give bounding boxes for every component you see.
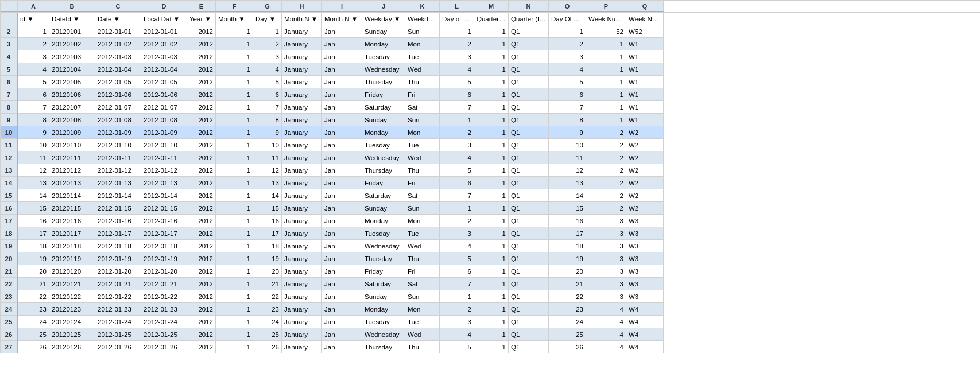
- table-cell[interactable]: 5: [253, 76, 282, 88]
- table-cell[interactable]: Monday: [362, 126, 405, 139]
- table-cell[interactable]: 1: [216, 290, 253, 303]
- filter-weeknum2-button[interactable]: ▼: [661, 15, 664, 22]
- table-cell[interactable]: 2012: [187, 265, 216, 278]
- table-cell[interactable]: Jan: [322, 328, 362, 341]
- table-cell[interactable]: 2012: [187, 139, 216, 151]
- table-cell[interactable]: 25: [18, 328, 49, 341]
- table-cell[interactable]: 2012: [187, 215, 216, 227]
- table-cell[interactable]: Fri: [405, 177, 440, 189]
- table-cell[interactable]: Tuesday: [362, 316, 405, 328]
- table-cell[interactable]: 5: [440, 164, 474, 177]
- table-cell[interactable]: 2012: [187, 126, 216, 139]
- table-cell[interactable]: Q1: [509, 189, 549, 202]
- table-cell[interactable]: 1: [474, 189, 509, 202]
- table-cell[interactable]: 20120112: [49, 164, 95, 177]
- table-cell[interactable]: Thu: [405, 164, 440, 177]
- table-cell[interactable]: 1: [216, 114, 253, 126]
- table-cell[interactable]: 1: [474, 341, 509, 353]
- table-cell[interactable]: 2012-01-15: [95, 202, 141, 215]
- table-cell[interactable]: 1: [440, 25, 474, 38]
- table-cell[interactable]: 5: [440, 341, 474, 353]
- table-cell[interactable]: 12: [549, 164, 586, 177]
- table-cell[interactable]: Jan: [322, 164, 362, 177]
- table-cell[interactable]: 2012-01-03: [141, 50, 187, 63]
- table-cell[interactable]: 1: [474, 50, 509, 63]
- table-cell[interactable]: 20: [549, 265, 586, 278]
- table-cell[interactable]: Friday: [362, 177, 405, 189]
- table-cell[interactable]: 2012-01-19: [95, 252, 141, 265]
- table-cell[interactable]: 19: [549, 252, 586, 265]
- table-cell[interactable]: Sun: [405, 202, 440, 215]
- table-cell[interactable]: 11: [253, 151, 282, 164]
- table-cell[interactable]: Q1: [509, 139, 549, 151]
- table-cell[interactable]: 1: [216, 215, 253, 227]
- table-cell[interactable]: Mon: [405, 126, 440, 139]
- table-cell[interactable]: 17: [549, 227, 586, 240]
- table-cell[interactable]: 7: [440, 189, 474, 202]
- table-cell[interactable]: 1: [474, 25, 509, 38]
- table-cell[interactable]: 2012-01-19: [141, 252, 187, 265]
- table-cell[interactable]: 1: [586, 114, 626, 126]
- table-cell[interactable]: 2012: [187, 38, 216, 50]
- table-cell[interactable]: 24: [18, 316, 49, 328]
- table-cell[interactable]: 2: [586, 139, 626, 151]
- table-cell[interactable]: 23: [253, 303, 282, 316]
- table-cell[interactable]: January: [282, 341, 322, 353]
- header-date[interactable]: Date ▼: [95, 13, 141, 25]
- table-cell[interactable]: January: [282, 151, 322, 164]
- table-cell[interactable]: W1: [626, 38, 664, 50]
- table-cell[interactable]: January: [282, 316, 322, 328]
- table-cell[interactable]: W2: [626, 177, 664, 189]
- table-cell[interactable]: 2: [586, 189, 626, 202]
- table-cell[interactable]: 1: [474, 63, 509, 76]
- table-cell[interactable]: January: [282, 88, 322, 101]
- table-cell[interactable]: 20120125: [49, 328, 95, 341]
- table-cell[interactable]: 2012: [187, 177, 216, 189]
- table-cell[interactable]: W1: [626, 76, 664, 88]
- table-cell[interactable]: Q1: [509, 177, 549, 189]
- table-cell[interactable]: 2012-01-21: [141, 278, 187, 290]
- table-cell[interactable]: 1: [216, 265, 253, 278]
- table-cell[interactable]: 20120120: [49, 265, 95, 278]
- table-cell[interactable]: 2012-01-11: [141, 151, 187, 164]
- table-cell[interactable]: 12: [18, 164, 49, 177]
- table-cell[interactable]: 1: [253, 25, 282, 38]
- table-cell[interactable]: 1: [474, 114, 509, 126]
- table-cell[interactable]: 2012-01-26: [95, 341, 141, 353]
- table-cell[interactable]: 2012-01-18: [141, 240, 187, 252]
- table-cell[interactable]: 1: [474, 278, 509, 290]
- table-cell[interactable]: 16: [18, 215, 49, 227]
- table-cell[interactable]: W4: [626, 303, 664, 316]
- header-weekday1[interactable]: Weekday ▼: [362, 13, 405, 25]
- table-cell[interactable]: 9: [253, 126, 282, 139]
- table-cell[interactable]: 4: [440, 328, 474, 341]
- table-cell[interactable]: Jan: [322, 252, 362, 265]
- table-cell[interactable]: January: [282, 303, 322, 316]
- table-cell[interactable]: 20120104: [49, 63, 95, 76]
- table-cell[interactable]: 1: [216, 88, 253, 101]
- table-cell[interactable]: Q1: [509, 316, 549, 328]
- table-cell[interactable]: 1: [216, 126, 253, 139]
- header-quarter[interactable]: Quarter ▼: [474, 13, 509, 25]
- table-cell[interactable]: Fri: [405, 88, 440, 101]
- table-cell[interactable]: 2012-01-26: [141, 341, 187, 353]
- table-cell[interactable]: Tue: [405, 139, 440, 151]
- table-cell[interactable]: 10: [18, 139, 49, 151]
- table-cell[interactable]: 2012-01-05: [141, 76, 187, 88]
- table-cell[interactable]: Jan: [322, 316, 362, 328]
- table-cell[interactable]: 20120107: [49, 101, 95, 114]
- table-cell[interactable]: 2012: [187, 63, 216, 76]
- table-cell[interactable]: 1: [216, 25, 253, 38]
- table-cell[interactable]: Monday: [362, 38, 405, 50]
- table-cell[interactable]: Jan: [322, 38, 362, 50]
- table-cell[interactable]: Q1: [509, 76, 549, 88]
- table-cell[interactable]: 4: [586, 303, 626, 316]
- table-cell[interactable]: Thursday: [362, 164, 405, 177]
- table-cell[interactable]: 2012: [187, 50, 216, 63]
- table-cell[interactable]: 20120114: [49, 189, 95, 202]
- table-cell[interactable]: Q1: [509, 114, 549, 126]
- table-cell[interactable]: 4: [253, 63, 282, 76]
- table-cell[interactable]: 2012-01-08: [141, 114, 187, 126]
- table-cell[interactable]: 2: [586, 164, 626, 177]
- table-cell[interactable]: W3: [626, 278, 664, 290]
